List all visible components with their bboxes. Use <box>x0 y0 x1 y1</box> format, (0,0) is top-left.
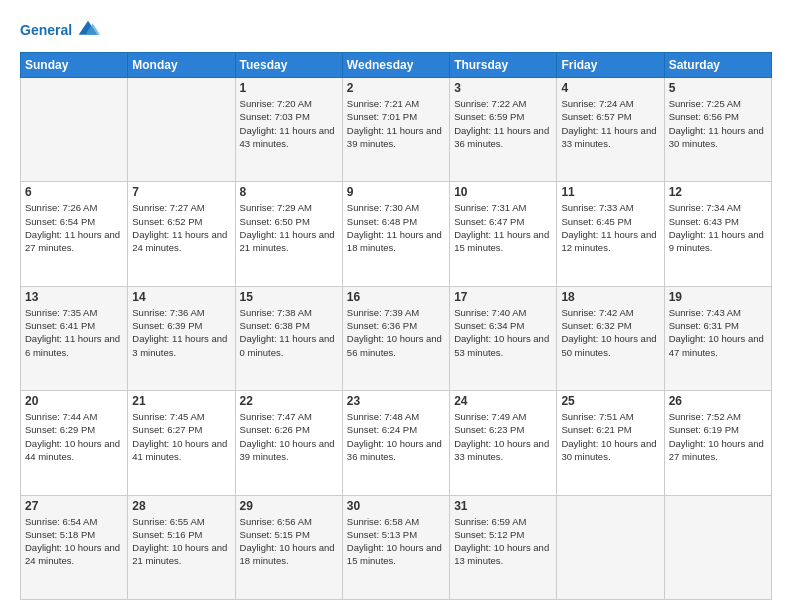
table-row: 15Sunrise: 7:38 AMSunset: 6:38 PMDayligh… <box>235 286 342 390</box>
table-row: 10Sunrise: 7:31 AMSunset: 6:47 PMDayligh… <box>450 182 557 286</box>
day-number: 29 <box>240 499 338 513</box>
day-info: Sunrise: 7:29 AMSunset: 6:50 PMDaylight:… <box>240 201 338 254</box>
table-row: 1Sunrise: 7:20 AMSunset: 7:03 PMDaylight… <box>235 78 342 182</box>
day-number: 22 <box>240 394 338 408</box>
day-info: Sunrise: 6:58 AMSunset: 5:13 PMDaylight:… <box>347 515 445 568</box>
table-row: 26Sunrise: 7:52 AMSunset: 6:19 PMDayligh… <box>664 391 771 495</box>
day-info: Sunrise: 7:30 AMSunset: 6:48 PMDaylight:… <box>347 201 445 254</box>
day-info: Sunrise: 7:21 AMSunset: 7:01 PMDaylight:… <box>347 97 445 150</box>
col-tuesday: Tuesday <box>235 53 342 78</box>
day-info: Sunrise: 7:26 AMSunset: 6:54 PMDaylight:… <box>25 201 123 254</box>
table-row: 24Sunrise: 7:49 AMSunset: 6:23 PMDayligh… <box>450 391 557 495</box>
col-wednesday: Wednesday <box>342 53 449 78</box>
header: General <box>20 16 772 44</box>
day-number: 28 <box>132 499 230 513</box>
col-friday: Friday <box>557 53 664 78</box>
day-info: Sunrise: 7:34 AMSunset: 6:43 PMDaylight:… <box>669 201 767 254</box>
day-info: Sunrise: 7:33 AMSunset: 6:45 PMDaylight:… <box>561 201 659 254</box>
table-row: 4Sunrise: 7:24 AMSunset: 6:57 PMDaylight… <box>557 78 664 182</box>
day-number: 6 <box>25 185 123 199</box>
calendar-week-row: 20Sunrise: 7:44 AMSunset: 6:29 PMDayligh… <box>21 391 772 495</box>
table-row: 5Sunrise: 7:25 AMSunset: 6:56 PMDaylight… <box>664 78 771 182</box>
day-number: 18 <box>561 290 659 304</box>
table-row <box>128 78 235 182</box>
table-row: 29Sunrise: 6:56 AMSunset: 5:15 PMDayligh… <box>235 495 342 599</box>
calendar-week-row: 13Sunrise: 7:35 AMSunset: 6:41 PMDayligh… <box>21 286 772 390</box>
table-row: 28Sunrise: 6:55 AMSunset: 5:16 PMDayligh… <box>128 495 235 599</box>
calendar-week-row: 1Sunrise: 7:20 AMSunset: 7:03 PMDaylight… <box>21 78 772 182</box>
logo-icon <box>74 16 102 44</box>
day-number: 31 <box>454 499 552 513</box>
table-row: 16Sunrise: 7:39 AMSunset: 6:36 PMDayligh… <box>342 286 449 390</box>
day-number: 5 <box>669 81 767 95</box>
day-info: Sunrise: 7:48 AMSunset: 6:24 PMDaylight:… <box>347 410 445 463</box>
day-number: 30 <box>347 499 445 513</box>
table-row: 14Sunrise: 7:36 AMSunset: 6:39 PMDayligh… <box>128 286 235 390</box>
day-number: 10 <box>454 185 552 199</box>
table-row: 3Sunrise: 7:22 AMSunset: 6:59 PMDaylight… <box>450 78 557 182</box>
table-row: 23Sunrise: 7:48 AMSunset: 6:24 PMDayligh… <box>342 391 449 495</box>
day-number: 16 <box>347 290 445 304</box>
day-info: Sunrise: 7:31 AMSunset: 6:47 PMDaylight:… <box>454 201 552 254</box>
day-number: 2 <box>347 81 445 95</box>
table-row: 21Sunrise: 7:45 AMSunset: 6:27 PMDayligh… <box>128 391 235 495</box>
table-row: 17Sunrise: 7:40 AMSunset: 6:34 PMDayligh… <box>450 286 557 390</box>
table-row: 2Sunrise: 7:21 AMSunset: 7:01 PMDaylight… <box>342 78 449 182</box>
day-number: 19 <box>669 290 767 304</box>
day-info: Sunrise: 7:24 AMSunset: 6:57 PMDaylight:… <box>561 97 659 150</box>
day-info: Sunrise: 7:49 AMSunset: 6:23 PMDaylight:… <box>454 410 552 463</box>
day-info: Sunrise: 7:25 AMSunset: 6:56 PMDaylight:… <box>669 97 767 150</box>
table-row: 31Sunrise: 6:59 AMSunset: 5:12 PMDayligh… <box>450 495 557 599</box>
day-number: 15 <box>240 290 338 304</box>
table-row: 12Sunrise: 7:34 AMSunset: 6:43 PMDayligh… <box>664 182 771 286</box>
logo: General <box>20 16 102 44</box>
day-info: Sunrise: 7:45 AMSunset: 6:27 PMDaylight:… <box>132 410 230 463</box>
day-info: Sunrise: 7:43 AMSunset: 6:31 PMDaylight:… <box>669 306 767 359</box>
day-number: 3 <box>454 81 552 95</box>
day-info: Sunrise: 7:47 AMSunset: 6:26 PMDaylight:… <box>240 410 338 463</box>
calendar-week-row: 27Sunrise: 6:54 AMSunset: 5:18 PMDayligh… <box>21 495 772 599</box>
calendar-week-row: 6Sunrise: 7:26 AMSunset: 6:54 PMDaylight… <box>21 182 772 286</box>
page: General Sunday Monday Tuesday Wednesday <box>0 0 792 612</box>
day-number: 26 <box>669 394 767 408</box>
table-row: 9Sunrise: 7:30 AMSunset: 6:48 PMDaylight… <box>342 182 449 286</box>
table-row <box>664 495 771 599</box>
table-row: 8Sunrise: 7:29 AMSunset: 6:50 PMDaylight… <box>235 182 342 286</box>
table-row: 11Sunrise: 7:33 AMSunset: 6:45 PMDayligh… <box>557 182 664 286</box>
col-sunday: Sunday <box>21 53 128 78</box>
day-number: 7 <box>132 185 230 199</box>
day-number: 23 <box>347 394 445 408</box>
day-info: Sunrise: 7:44 AMSunset: 6:29 PMDaylight:… <box>25 410 123 463</box>
day-number: 21 <box>132 394 230 408</box>
day-number: 27 <box>25 499 123 513</box>
day-number: 25 <box>561 394 659 408</box>
table-row: 18Sunrise: 7:42 AMSunset: 6:32 PMDayligh… <box>557 286 664 390</box>
day-info: Sunrise: 7:39 AMSunset: 6:36 PMDaylight:… <box>347 306 445 359</box>
calendar-header-row: Sunday Monday Tuesday Wednesday Thursday… <box>21 53 772 78</box>
day-number: 14 <box>132 290 230 304</box>
table-row: 13Sunrise: 7:35 AMSunset: 6:41 PMDayligh… <box>21 286 128 390</box>
day-number: 13 <box>25 290 123 304</box>
table-row: 27Sunrise: 6:54 AMSunset: 5:18 PMDayligh… <box>21 495 128 599</box>
day-info: Sunrise: 7:36 AMSunset: 6:39 PMDaylight:… <box>132 306 230 359</box>
day-info: Sunrise: 7:52 AMSunset: 6:19 PMDaylight:… <box>669 410 767 463</box>
day-info: Sunrise: 7:51 AMSunset: 6:21 PMDaylight:… <box>561 410 659 463</box>
table-row: 7Sunrise: 7:27 AMSunset: 6:52 PMDaylight… <box>128 182 235 286</box>
logo-text: General <box>20 22 72 39</box>
table-row: 25Sunrise: 7:51 AMSunset: 6:21 PMDayligh… <box>557 391 664 495</box>
table-row: 19Sunrise: 7:43 AMSunset: 6:31 PMDayligh… <box>664 286 771 390</box>
day-info: Sunrise: 7:40 AMSunset: 6:34 PMDaylight:… <box>454 306 552 359</box>
col-saturday: Saturday <box>664 53 771 78</box>
day-number: 4 <box>561 81 659 95</box>
day-number: 20 <box>25 394 123 408</box>
day-info: Sunrise: 7:20 AMSunset: 7:03 PMDaylight:… <box>240 97 338 150</box>
table-row: 6Sunrise: 7:26 AMSunset: 6:54 PMDaylight… <box>21 182 128 286</box>
day-info: Sunrise: 7:38 AMSunset: 6:38 PMDaylight:… <box>240 306 338 359</box>
day-info: Sunrise: 6:59 AMSunset: 5:12 PMDaylight:… <box>454 515 552 568</box>
table-row <box>21 78 128 182</box>
day-number: 1 <box>240 81 338 95</box>
day-info: Sunrise: 7:35 AMSunset: 6:41 PMDaylight:… <box>25 306 123 359</box>
day-number: 8 <box>240 185 338 199</box>
col-monday: Monday <box>128 53 235 78</box>
day-info: Sunrise: 7:22 AMSunset: 6:59 PMDaylight:… <box>454 97 552 150</box>
